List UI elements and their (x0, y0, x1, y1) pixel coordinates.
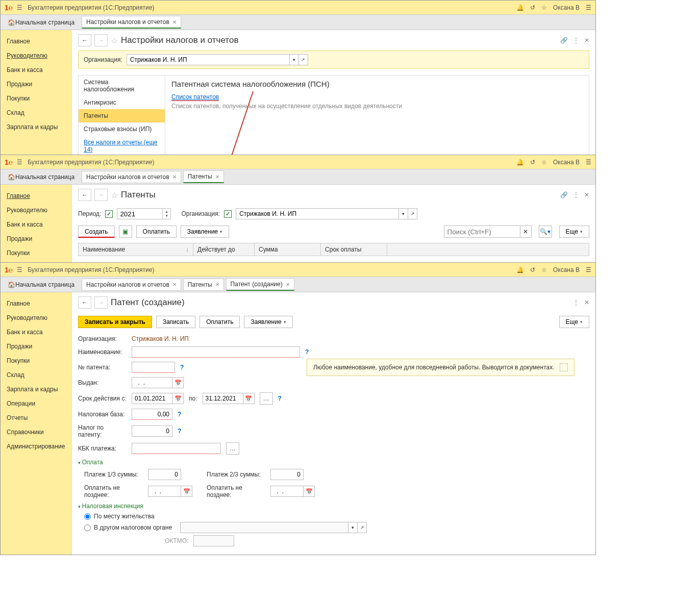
kbk-input[interactable] (132, 443, 221, 454)
open-icon[interactable]: ↗ (358, 522, 367, 533)
valid-from-date[interactable]: 📅 (132, 393, 184, 404)
burger-icon[interactable]: ☰ (17, 159, 22, 166)
burger-icon[interactable]: ☰ (17, 4, 22, 11)
more-icon[interactable]: ⋮ (573, 37, 579, 44)
star-icon[interactable]: ☆ (541, 159, 547, 166)
valid-from-input[interactable] (132, 393, 172, 404)
tab-home[interactable]: 🏠 Начальная страница (3, 17, 80, 28)
back-button[interactable]: ← (78, 34, 91, 46)
col-due[interactable]: Срок оплаты (321, 243, 387, 256)
forward-button[interactable]: → (94, 296, 108, 309)
open-icon[interactable]: ↗ (299, 54, 308, 65)
user-name[interactable]: Оксана В (553, 159, 580, 166)
sidebar-item[interactable]: Администрирование (1, 439, 71, 454)
help-icon[interactable]: ? (305, 348, 309, 356)
help-icon[interactable]: ? (180, 364, 184, 371)
tooltip-close-icon[interactable] (560, 363, 568, 371)
tab-settings[interactable]: Настройки налогов и отчетов✕ (82, 16, 181, 29)
user-name[interactable]: Оксана В (553, 266, 580, 273)
copy-button[interactable]: ▣ (119, 226, 132, 238)
tab-patents[interactable]: Патенты✕ (183, 170, 224, 183)
pay-button[interactable]: Оплатить (199, 316, 240, 328)
forward-button[interactable]: → (94, 34, 108, 46)
col-valid-to[interactable]: Действует до (193, 243, 255, 256)
org-value[interactable]: Стрижаков И. Н. ИП (132, 335, 189, 342)
back-button[interactable]: ← (78, 296, 91, 309)
tab-settings[interactable]: Настройки налогов и отчетов✕ (82, 171, 181, 183)
tax-office-section-head[interactable]: Налоговая инспекция (78, 503, 589, 510)
close-icon[interactable]: ✕ (172, 174, 177, 180)
dropdown-icon[interactable]: ▾ (399, 208, 408, 219)
org-input[interactable] (236, 208, 399, 219)
sidebar-item[interactable]: Покупки (1, 354, 71, 368)
col-sum[interactable]: Сумма (255, 243, 321, 256)
spinner-icon[interactable]: ▴▾ (163, 208, 171, 219)
sidebar-item[interactable]: Банк и касса (1, 63, 71, 77)
tab-settings[interactable]: Настройки налогов и отчетов✕ (82, 279, 181, 291)
pay-button[interactable]: Оплатить (136, 226, 177, 238)
menu-icon[interactable]: ☰ (586, 4, 591, 11)
payment-section-head[interactable]: Оплата (78, 459, 589, 466)
sidebar-item[interactable]: Справочники (1, 425, 71, 439)
tab-home[interactable]: 🏠 Начальная страница (3, 171, 80, 183)
burger-icon[interactable]: ☰ (17, 266, 22, 273)
sidebar-item[interactable]: Руководителю (1, 203, 71, 217)
sidebar-item[interactable]: Продажи (1, 339, 71, 354)
dropdown-icon[interactable]: ▾ (290, 54, 299, 65)
close-icon[interactable]: ✕ (215, 282, 219, 287)
sidebar-item[interactable]: Покупки (1, 246, 71, 260)
sidebar-item[interactable]: Руководителю (1, 311, 71, 325)
org-check[interactable]: ✓ (224, 210, 232, 218)
col-name[interactable]: Наименование↓ (79, 243, 193, 256)
sidebar-item[interactable]: Руководителю (1, 48, 71, 63)
sidebar-item[interactable]: Продажи (1, 77, 71, 91)
sidebar-item[interactable]: Банк и касса (1, 325, 71, 339)
close-icon[interactable]: ✕ (286, 282, 290, 287)
due2-input[interactable] (270, 486, 304, 497)
help-icon[interactable]: ? (178, 428, 181, 435)
sidebar-item[interactable]: Склад (1, 106, 71, 120)
valid-to-date[interactable]: 📅 (203, 393, 255, 404)
history-icon[interactable]: ↺ (530, 159, 535, 166)
statement-button[interactable]: Заявление (244, 316, 292, 328)
sidebar-item[interactable]: Операции (1, 396, 71, 411)
ellipsis-button[interactable]: … (226, 442, 239, 455)
favorite-icon[interactable]: ☆ (111, 190, 118, 200)
help-icon[interactable]: ? (178, 411, 181, 418)
issued-date[interactable]: 📅 (132, 377, 184, 388)
patents-list-link[interactable]: Список патентов (171, 93, 219, 101)
period-check[interactable]: ✓ (105, 210, 113, 218)
calendar-icon[interactable]: 📅 (304, 486, 315, 497)
calendar-icon[interactable]: 📅 (172, 393, 184, 404)
more-icon[interactable]: ⋮ (573, 191, 579, 198)
forward-button[interactable]: → (94, 189, 108, 201)
radio-other-input[interactable] (84, 524, 91, 531)
nav-item[interactable]: Страховые взносы (ИП) (79, 122, 165, 136)
radio-residence[interactable]: По месту жительства (84, 513, 589, 520)
nav-item[interactable]: Антикризис (79, 96, 165, 109)
p13-input[interactable] (148, 469, 181, 480)
user-name[interactable]: Оксана В (553, 4, 580, 11)
save-button[interactable]: Записать (156, 316, 195, 328)
menu-icon[interactable]: ☰ (586, 159, 591, 166)
sidebar-item[interactable]: Отчеты (1, 411, 71, 425)
favorite-icon[interactable]: ☆ (111, 36, 118, 45)
search-button[interactable]: 🔍▾ (539, 226, 552, 238)
dropdown-icon[interactable]: ▾ (348, 522, 358, 533)
period-spinner[interactable]: ▴▾ (117, 208, 171, 219)
ellipsis-button[interactable]: … (260, 392, 273, 405)
name-input[interactable] (132, 346, 300, 358)
help-icon[interactable]: ? (278, 395, 282, 402)
period-input[interactable] (117, 208, 163, 219)
tab-patent-create[interactable]: Патент (создание)✕ (226, 278, 294, 291)
nav-item[interactable]: Система налогообложения (79, 76, 165, 96)
close-icon[interactable]: ✕ (584, 191, 589, 198)
calendar-icon[interactable]: 📅 (181, 486, 192, 497)
tax-office-combo[interactable]: ▾ ↗ (180, 522, 367, 533)
sidebar-item[interactable]: Продажи (1, 232, 71, 246)
close-icon[interactable]: ✕ (172, 19, 177, 25)
valid-to-input[interactable] (203, 393, 243, 404)
calendar-icon[interactable]: 📅 (243, 393, 255, 404)
clear-icon[interactable]: ✕ (520, 226, 532, 238)
tab-home[interactable]: 🏠 Начальная страница (3, 279, 80, 290)
